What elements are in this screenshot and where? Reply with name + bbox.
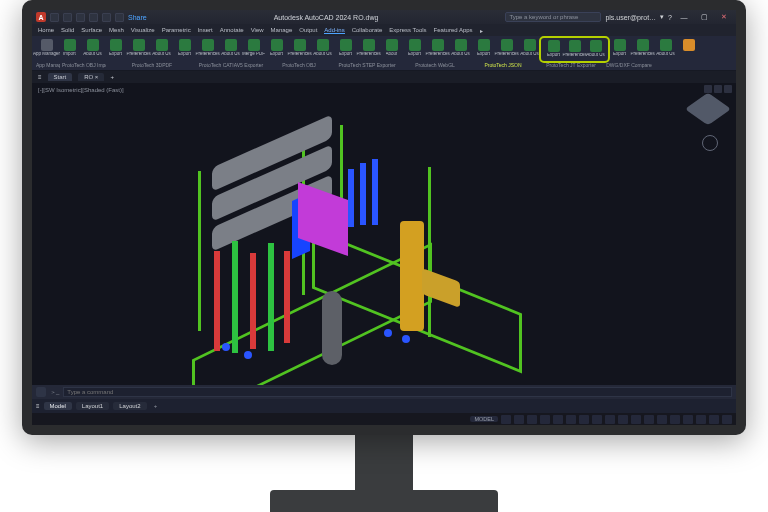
tab-start[interactable]: Start <box>48 73 73 81</box>
ribbon-button[interactable]: Preferences <box>128 39 149 60</box>
ribbon-button[interactable]: Export <box>105 39 126 60</box>
qat-saveas-icon[interactable] <box>89 13 98 22</box>
ribbon-panel-label[interactable]: Prototech WebGL <box>402 62 468 68</box>
user-menu[interactable]: pls.user@prot… <box>605 14 656 21</box>
menu-featured-apps[interactable]: Featured Apps <box>434 27 473 33</box>
tab-close-icon[interactable]: × <box>95 74 99 80</box>
share-link[interactable]: Share <box>128 14 147 21</box>
ribbon-button[interactable]: Merge PDF <box>243 39 264 60</box>
status-transparency-icon[interactable] <box>631 415 641 424</box>
status-space[interactable]: MODEL <box>470 416 498 422</box>
add-layout-button[interactable]: + <box>151 403 161 409</box>
status-dynamic-ucs-icon[interactable] <box>592 415 602 424</box>
ribbon-button[interactable]: About Us <box>450 39 471 60</box>
help-icon[interactable]: ? <box>668 14 672 21</box>
menu-view[interactable]: View <box>251 27 264 33</box>
ribbon-panel-label[interactable]: App Manager <box>36 62 60 68</box>
menu-output[interactable]: Output <box>299 27 317 33</box>
menu-parametric[interactable]: Parametric <box>162 27 191 33</box>
status-ortho-icon[interactable] <box>527 415 537 424</box>
ribbon-button[interactable]: Export <box>335 39 356 60</box>
tab-layout1[interactable]: Layout1 <box>76 402 109 410</box>
ribbon-button[interactable]: About Us <box>585 40 606 59</box>
ribbon-button[interactable]: Preferences <box>632 39 653 60</box>
tab-layout2[interactable]: Layout2 <box>113 402 146 410</box>
ribbon-button[interactable]: Preferences <box>197 39 218 60</box>
viewcube[interactable] <box>685 93 732 126</box>
menu-home[interactable]: Home <box>38 27 54 33</box>
ribbon-panel-label[interactable]: ProtoTech 3DPDF <box>108 62 196 68</box>
status-snap-icon[interactable] <box>514 415 524 424</box>
status-customize-icon[interactable] <box>722 415 732 424</box>
status-isolate-icon[interactable] <box>696 415 706 424</box>
status-polar-icon[interactable] <box>540 415 550 424</box>
menu-manage[interactable]: Manage <box>271 27 293 33</box>
ribbon-button[interactable]: About Us <box>151 39 172 60</box>
status-clean-screen-icon[interactable] <box>709 415 719 424</box>
ribbon-button[interactable]: Preferences <box>289 39 310 60</box>
ribbon-panel-label[interactable]: ProtoTech OBJ <box>266 62 332 68</box>
qat-undo-icon[interactable] <box>102 13 111 22</box>
ribbon-button[interactable]: Export <box>404 39 425 60</box>
minimize-button[interactable]: — <box>676 12 692 23</box>
file-menu-icon[interactable]: ≡ <box>38 74 42 80</box>
menu-surface[interactable]: Surface <box>81 27 102 33</box>
menu-collaborate[interactable]: Collaborate <box>352 27 383 33</box>
viewport-max-icon[interactable] <box>714 85 722 93</box>
ribbon-button[interactable]: Import <box>59 39 80 60</box>
help-search-input[interactable]: Type a keyword or phrase <box>505 12 601 22</box>
status-3dosnap-icon[interactable] <box>566 415 576 424</box>
status-hardware-accel-icon[interactable] <box>683 415 693 424</box>
ribbon-button[interactable]: Preferences <box>427 39 448 60</box>
status-otrack-icon[interactable] <box>579 415 589 424</box>
qat-open-icon[interactable] <box>63 13 72 22</box>
ribbon-button[interactable]: About Us <box>519 39 540 60</box>
ribbon-panel-label[interactable]: ProtoTech STEP Exporter <box>334 62 400 68</box>
ribbon-button[interactable]: About Us <box>312 39 333 60</box>
status-dyn-input-icon[interactable] <box>605 415 615 424</box>
ribbon-button[interactable]: About Us <box>82 39 103 60</box>
ribbon-button[interactable]: Export <box>473 39 494 60</box>
qat-save-icon[interactable] <box>76 13 85 22</box>
status-workspace-icon[interactable] <box>670 415 680 424</box>
menu-mesh[interactable]: Mesh <box>109 27 124 33</box>
ribbon-button[interactable]: Preferences <box>496 39 517 60</box>
ribbon-panel-label[interactable]: ProtoTech CATIAV5 Exporter <box>198 62 264 68</box>
ribbon-button[interactable] <box>678 39 699 60</box>
close-button[interactable]: ✕ <box>716 12 732 23</box>
ribbon-button[interactable]: Export <box>266 39 287 60</box>
ribbon-button[interactable]: Export <box>543 40 564 59</box>
nav-wheel-icon[interactable] <box>702 135 718 151</box>
ribbon-button[interactable]: About Us <box>220 39 241 60</box>
qat-new-icon[interactable] <box>50 13 59 22</box>
status-lineweight-icon[interactable] <box>618 415 628 424</box>
menu-express-tools[interactable]: Express Tools <box>389 27 426 33</box>
viewport-min-icon[interactable] <box>704 85 712 93</box>
ribbon-button[interactable]: About <box>381 39 402 60</box>
qat-redo-icon[interactable] <box>115 13 124 22</box>
cloud-icon[interactable]: ▾ <box>660 13 664 21</box>
menu-annotate[interactable]: Annotate <box>220 27 244 33</box>
new-tab-button[interactable]: + <box>110 74 114 80</box>
drawing-viewport[interactable]: [-][SW Isometric][Shaded (Fast)] <box>32 83 736 393</box>
layout-menu-icon[interactable]: ≡ <box>36 403 40 409</box>
ribbon-button[interactable]: Export <box>609 39 630 60</box>
ribbon-panel-label[interactable]: ProtoTech JSON <box>470 62 536 68</box>
menu-insert[interactable]: Insert <box>198 27 213 33</box>
ribbon-button[interactable]: Export <box>174 39 195 60</box>
ribbon-panel-label[interactable]: DWG/DXF Compare <box>606 62 652 68</box>
ribbon-panel-label[interactable]: ProtoTech OBJ Import <box>62 62 106 68</box>
command-history-icon[interactable] <box>36 387 46 397</box>
status-annotation-icon[interactable] <box>657 415 667 424</box>
menu-solid[interactable]: Solid <box>61 27 74 33</box>
menu-visualize[interactable]: Visualize <box>131 27 155 33</box>
status-osnap-icon[interactable] <box>553 415 563 424</box>
command-input[interactable] <box>63 387 732 397</box>
ribbon-button[interactable]: App Manager <box>36 39 57 60</box>
viewport-label[interactable]: [-][SW Isometric][Shaded (Fast)] <box>38 87 124 93</box>
maximize-button[interactable]: ▢ <box>696 12 712 23</box>
menu-addins[interactable]: Add-ins <box>324 27 344 34</box>
viewport-close-icon[interactable] <box>724 85 732 93</box>
app-logo[interactable]: A <box>36 12 46 22</box>
ribbon-panel-label[interactable]: ProtoTech JT Exporter <box>538 62 604 68</box>
